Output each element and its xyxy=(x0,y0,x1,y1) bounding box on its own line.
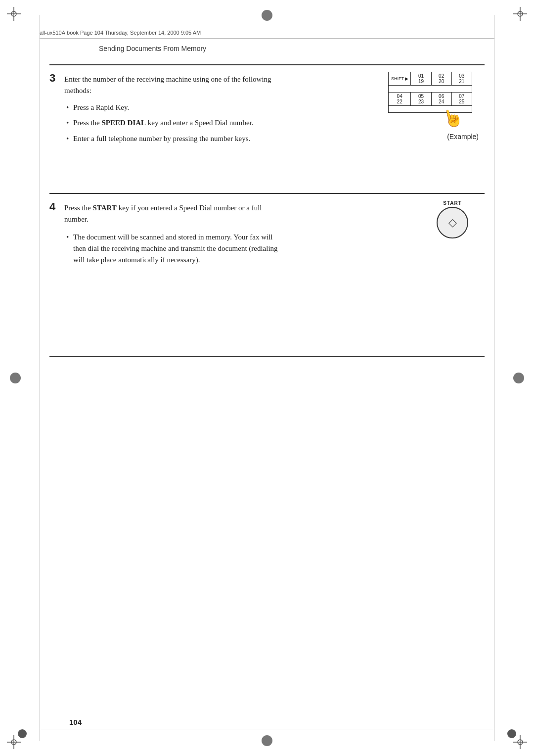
step4-bullet-1: The document will be scanned and stored … xyxy=(64,232,282,266)
step4-main-text: Press the START key if you entered a Spe… xyxy=(64,202,282,226)
example-label: (Example) xyxy=(376,133,479,141)
key-07-25: 0725 xyxy=(451,93,472,106)
vline-right xyxy=(494,15,494,741)
step3-text-column: Enter the number of the receiving machin… xyxy=(64,74,282,148)
crosshair-bottom-left xyxy=(7,735,21,749)
shift-label-cell: SHIFT ▶ xyxy=(389,72,411,86)
key-05-23: 0523 xyxy=(411,93,431,106)
crosshair-top-left xyxy=(7,7,21,21)
header-line xyxy=(40,39,494,39)
step4-number: 4 xyxy=(49,200,55,213)
start-button-label: START xyxy=(430,200,475,206)
keypad-spacer xyxy=(389,86,472,93)
rule-mid xyxy=(49,193,485,194)
step3-bullet-3: Enter a full telephone number by pressin… xyxy=(64,133,282,144)
start-btn-diagram: START ◇ xyxy=(430,200,475,238)
step3-bullets: Press a Rapid Key. Press the SPEED DIAL … xyxy=(64,102,282,144)
file-info: all-ux510A.book Page 104 Thursday, Septe… xyxy=(40,30,201,36)
key-04-22: 0422 xyxy=(389,93,411,106)
start-button-shape: ◇ xyxy=(437,207,468,238)
corner-dot-bl xyxy=(18,729,27,738)
key-06-24: 0624 xyxy=(431,93,451,106)
rule-top xyxy=(49,64,485,65)
step3-bullet-2: Press the SPEED DIAL key and enter a Spe… xyxy=(64,117,282,129)
crosshair-top-right xyxy=(513,7,527,21)
section-title: Sending Documents From Memory xyxy=(99,45,206,52)
vline-left xyxy=(40,15,40,741)
edge-mark-bottom xyxy=(262,735,272,746)
step4-text-column: Press the START key if you entered a Spe… xyxy=(64,202,282,270)
crosshair-bottom-right xyxy=(513,735,527,749)
step3-diagram: SHIFT ▶ 0119 0220 0321 0422 0523 0624 07… xyxy=(376,72,485,141)
key-02-20: 0220 xyxy=(431,72,451,86)
page-number: 104 xyxy=(69,718,82,726)
step3-number: 3 xyxy=(49,72,55,85)
edge-mark-left xyxy=(10,373,21,383)
key-01-19: 0119 xyxy=(411,72,431,86)
keypad-row-1: SHIFT ▶ 0119 0220 0321 xyxy=(389,72,472,86)
edge-mark-top xyxy=(262,10,272,21)
rule-bottom-page xyxy=(40,729,494,729)
step3-bullet-1: Press a Rapid Key. xyxy=(64,102,282,113)
header-bar: all-ux510A.book Page 104 Thursday, Septe… xyxy=(40,30,494,36)
step4-bullets: The document will be scanned and stored … xyxy=(64,232,282,266)
corner-dot-br xyxy=(507,729,516,738)
start-icon: ◇ xyxy=(448,216,457,229)
keypad-row-2 xyxy=(389,86,472,93)
edge-mark-right xyxy=(513,373,524,383)
key-03-21: 0321 xyxy=(451,72,472,86)
rule-bot xyxy=(49,356,485,357)
step3-intro: Enter the number of the receiving machin… xyxy=(64,74,282,96)
keypad-row-3: 0422 0523 0624 0725 xyxy=(389,93,472,106)
